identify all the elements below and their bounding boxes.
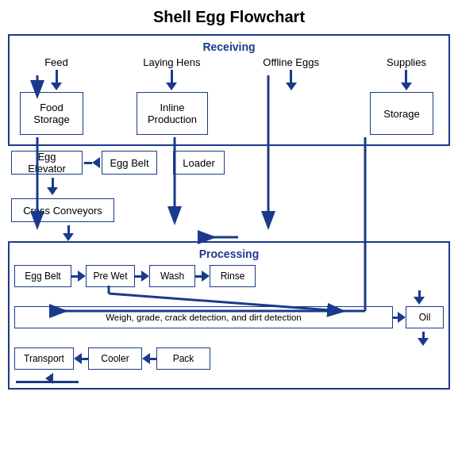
proc-weigh: Weigh, grade, crack detection, and dirt … — [14, 306, 393, 328]
input-feed: Feed — [29, 56, 84, 68]
receiving-label: Receiving — [13, 40, 445, 53]
proc-transport: Transport — [14, 347, 74, 370]
processing-section: Processing Egg Belt Pre Wet Wash Rinse W… — [8, 241, 450, 390]
input-offline-eggs: Offline Eggs — [260, 56, 323, 68]
egg-elevator-box: Egg Elevator — [11, 151, 83, 175]
proc-pack: Pack — [156, 347, 210, 370]
page-title: Shell Egg Flowchart — [8, 8, 450, 26]
proc-wash: Wash — [149, 265, 195, 287]
proc-egg-belt: Egg Belt — [14, 265, 71, 287]
proc-oil: Oil — [406, 306, 444, 328]
cross-conveyors-box: Cross Conveyors — [11, 198, 114, 222]
proc-cooler: Cooler — [88, 347, 142, 370]
egg-belt-top-box: Egg Belt — [102, 151, 157, 175]
food-storage-box: Food Storage — [20, 92, 83, 135]
processing-label: Processing — [14, 248, 444, 260]
loader-box: Loader — [173, 151, 225, 175]
proc-pre-wet: Pre Wet — [86, 265, 135, 287]
storage-box: Storage — [370, 92, 433, 135]
input-laying-hens: Laying Hens — [140, 56, 203, 68]
proc-rinse: Rinse — [210, 265, 256, 287]
inline-production-box: Inline Production — [137, 92, 208, 135]
receiving-section: Receiving Feed Laying Hens Offline Eggs … — [8, 34, 450, 146]
input-supplies: Supplies — [379, 56, 434, 68]
